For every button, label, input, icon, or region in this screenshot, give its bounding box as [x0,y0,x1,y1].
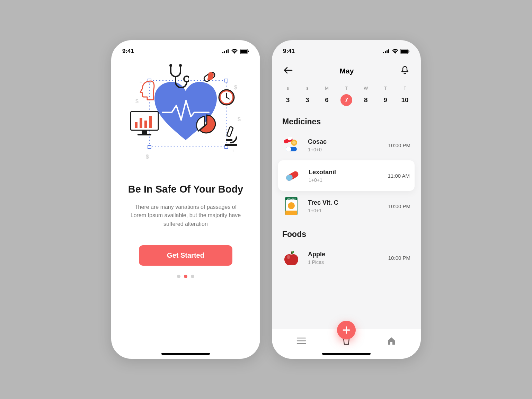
medicine-item[interactable]: Cosac 1+0+0 10:00 PM [272,130,421,160]
menu-button[interactable] [291,337,312,345]
svg-rect-0 [222,52,223,53]
home-indicator [322,353,371,355]
medicine-name: Lexotanil [309,169,380,176]
svg-rect-41 [401,50,408,53]
back-button[interactable] [282,65,294,76]
agenda-screen: 9:41 May s3 s3 M6 T7 W8 T9 F10 Medicines [272,40,421,359]
pills-mixed-icon [282,136,300,154]
food-time: 10:00 PM [388,255,410,261]
notifications-button[interactable] [399,64,410,77]
svg-point-48 [292,141,296,144]
medicine-item[interactable]: Lexotanil 1+0+1 11:00 AM [278,160,415,191]
home-icon [387,336,396,345]
medicine-time: 10:00 PM [388,142,410,148]
pie-chart-icon [196,114,219,136]
clock-icon [218,89,235,106]
signal-icon [383,49,390,53]
bell-icon [401,66,409,75]
arrow-left-icon [284,67,293,74]
calendar-day[interactable]: W8 [358,86,373,106]
microscope-icon [221,125,240,147]
home-indicator [161,353,210,355]
capsule-icon [202,69,216,84]
signal-icon [222,49,229,53]
svg-text:$: $ [135,98,139,104]
add-button[interactable] [337,321,356,339]
status-icons [222,49,249,54]
svg-rect-34 [227,126,233,137]
plus-icon [342,326,351,335]
food-quantity: 1 Pices [308,259,381,265]
capsule-icon [283,167,301,185]
food-name: Apple [308,251,381,258]
svg-text:+: + [232,148,234,153]
svg-rect-3 [228,49,229,53]
calendar-strip: s3 s3 M6 T7 W8 T9 F10 [272,81,421,109]
calendar-day[interactable]: M6 [319,86,335,106]
medicine-name: Cosac [308,138,381,145]
svg-rect-30 [149,116,152,128]
page-dot[interactable] [191,275,194,278]
apple-icon [282,249,300,267]
svg-rect-27 [135,122,138,128]
battery-icon [400,49,410,54]
battery-icon [240,49,249,54]
page-dot[interactable] [184,275,187,278]
header-month: May [340,67,354,75]
onboarding-title: Be In Safe Of Your Body [125,183,246,196]
food-item[interactable]: Apple 1 Pices 10:00 PM [272,242,421,273]
wifi-icon [231,49,238,54]
svg-rect-39 [388,49,389,53]
svg-rect-6 [248,51,249,52]
onboarding-description: There are many variations of passages of… [127,203,245,229]
svg-point-20 [184,76,189,82]
svg-text:$: $ [146,154,149,160]
svg-rect-29 [144,121,147,128]
svg-rect-9 [225,79,228,82]
calendar-day[interactable]: s3 [280,86,295,106]
medicine-schedule: 1+0+1 [308,208,381,213]
svg-rect-36 [383,52,384,53]
status-time: 9:41 [122,48,134,55]
wifi-icon [392,49,398,54]
foods-section-title: Foods [272,221,421,242]
svg-rect-28 [140,118,142,128]
svg-rect-57 [291,251,292,254]
medicine-schedule: 1+0+1 [309,177,380,183]
menu-icon [296,337,306,345]
calendar-day[interactable]: F10 [397,86,413,106]
svg-rect-1 [224,51,225,53]
svg-point-18 [169,64,172,67]
svg-point-56 [287,255,290,259]
get-started-button[interactable]: Get Started [139,245,232,266]
medicine-name: Trec Vit. C [308,199,381,206]
svg-rect-37 [385,51,386,53]
svg-rect-31 [142,130,147,134]
head-profile-icon [139,80,156,100]
medicine-item[interactable]: VITAMIN C Trec Vit. C 1+0+1 10:00 PM [272,191,421,221]
onboarding-screen: 9:41 $ $ $ $ + + [111,40,260,359]
calendar-day[interactable]: s3 [300,86,315,106]
svg-point-19 [179,64,182,67]
svg-rect-38 [387,50,388,53]
svg-point-54 [288,202,295,209]
calendar-day[interactable]: T7 [339,86,354,106]
status-bar: 9:41 [272,40,421,58]
header: May [272,58,421,81]
status-time: 9:41 [283,48,295,55]
page-dot[interactable] [177,275,180,278]
medicine-time: 10:00 PM [388,203,410,209]
stethoscope-icon [165,64,189,91]
calendar-day[interactable]: T9 [378,86,393,106]
svg-rect-32 [138,134,151,135]
medicines-section-title: Medicines [272,109,421,130]
svg-text:VITAMIN C: VITAMIN C [287,198,296,200]
status-icons [383,49,410,54]
svg-rect-46 [286,147,291,151]
medicine-time: 11:00 AM [388,173,410,179]
home-button[interactable] [381,336,402,345]
onboarding-illustration: $ $ $ $ + + [122,65,250,162]
svg-text:$: $ [238,116,241,122]
svg-rect-5 [240,50,247,53]
svg-rect-33 [225,144,237,146]
